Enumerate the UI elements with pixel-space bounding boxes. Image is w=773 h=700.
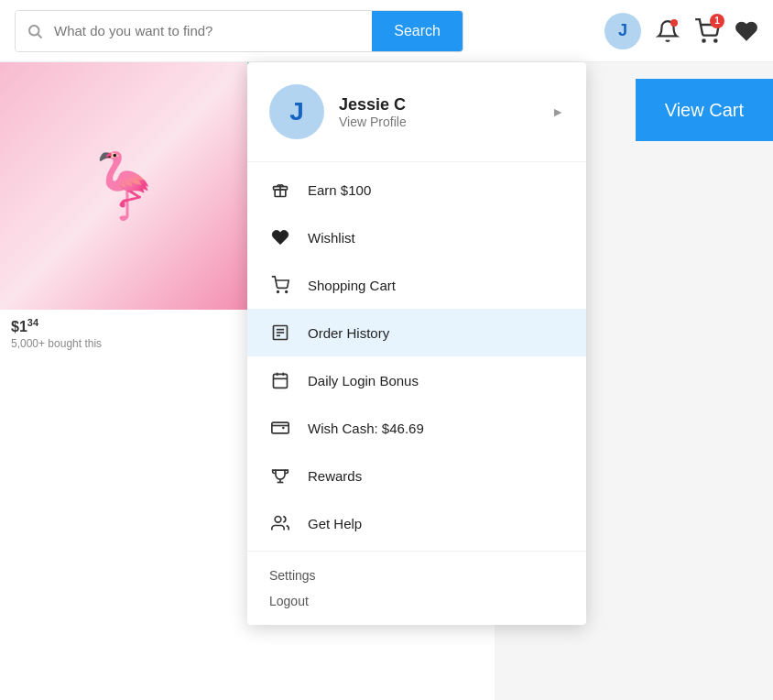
svg-point-3 (714, 39, 716, 41)
profile-avatar: J (269, 84, 324, 139)
cart-badge: 1 (710, 14, 724, 28)
trophy-icon (269, 465, 291, 487)
menu-item-wishlist[interactable]: Wishlist (247, 213, 586, 261)
wishcash-label: Wish Cash: $46.69 (308, 421, 424, 436)
view-profile-link[interactable]: View Profile (339, 115, 537, 129)
view-cart-button[interactable]: View Cart (636, 79, 773, 141)
avatar-button[interactable]: J (604, 13, 641, 49)
earn-label: Earn $100 (308, 182, 371, 198)
svg-rect-16 (272, 422, 289, 433)
svg-line-1 (38, 34, 41, 38)
wallet-icon (269, 417, 291, 439)
footer-links: Settings Logout (247, 555, 586, 618)
notifications-button[interactable] (656, 19, 680, 43)
menu-item-orders[interactable]: Order History (247, 309, 586, 356)
help-label: Get Help (308, 516, 362, 531)
menu-item-cart[interactable]: Shopping Cart (247, 261, 586, 309)
gift-icon (269, 179, 291, 201)
wishlist-label: Wishlist (308, 230, 355, 246)
product-bought: 5,000+ bought this (11, 337, 236, 350)
product-price: $134 (11, 317, 236, 335)
product-image: 🦩 (0, 62, 247, 310)
heart-icon (269, 226, 291, 248)
svg-point-2 (702, 39, 704, 41)
profile-name: Jessie C (339, 95, 537, 115)
profile-info: Jessie C View Profile (339, 95, 537, 129)
menu-item-rewards[interactable]: Rewards (247, 452, 586, 499)
rewards-label: Rewards (308, 468, 362, 484)
chevron-right-icon: ► (551, 104, 564, 119)
header: Search J 1 (0, 0, 773, 62)
settings-link[interactable]: Settings (269, 563, 564, 588)
order-history-icon (269, 322, 291, 344)
divider-1 (247, 161, 586, 162)
notification-dot (670, 19, 678, 27)
menu-item-wishcash[interactable]: Wish Cash: $46.69 (247, 404, 586, 452)
people-icon (269, 512, 291, 534)
svg-point-0 (29, 26, 39, 36)
divider-2 (247, 551, 586, 552)
menu-item-daily[interactable]: Daily Login Bonus (247, 356, 586, 404)
wishlist-button[interactable] (735, 19, 758, 43)
search-icon (16, 11, 54, 51)
cart-button[interactable]: 1 (694, 18, 720, 44)
svg-point-7 (286, 291, 288, 293)
logout-link[interactable]: Logout (269, 588, 564, 614)
svg-point-19 (275, 517, 281, 523)
profile-section[interactable]: J Jessie C View Profile ► (247, 62, 586, 158)
search-container: Search (15, 10, 463, 52)
calendar-icon (269, 369, 291, 391)
search-button[interactable]: Search (372, 11, 463, 51)
user-dropdown: J Jessie C View Profile ► Earn $100 Wish (247, 62, 586, 625)
menu-item-help[interactable]: Get Help (247, 499, 586, 547)
daily-label: Daily Login Bonus (308, 373, 419, 388)
menu-item-earn[interactable]: Earn $100 (247, 166, 586, 213)
cart-label: Shopping Cart (308, 278, 396, 293)
search-input[interactable] (54, 11, 372, 51)
svg-rect-12 (274, 374, 288, 388)
orders-label: Order History (308, 325, 389, 341)
product-info: $134 5,000+ bought this (0, 310, 247, 357)
shopping-cart-icon (269, 274, 291, 296)
svg-point-6 (278, 291, 279, 293)
product-card[interactable]: 🦩 $134 5,000+ bought this (0, 62, 247, 700)
header-icons: J 1 (604, 13, 758, 49)
